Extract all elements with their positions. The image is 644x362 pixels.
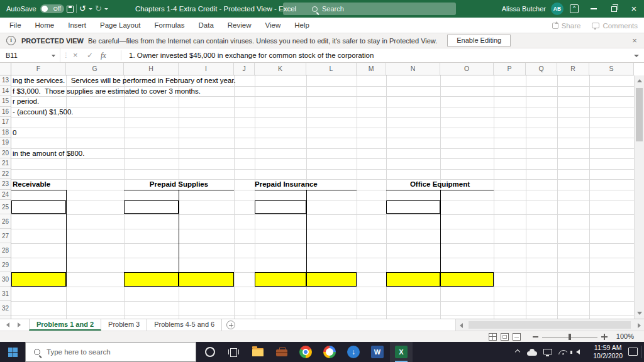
highlighted-total-cell[interactable]	[179, 272, 234, 287]
tab-file[interactable]: File	[3, 18, 28, 33]
column-header-H[interactable]: H	[124, 63, 179, 75]
undo-icon[interactable]: ↺	[79, 0, 86, 18]
row-header-28[interactable]: 28	[0, 243, 11, 258]
toolbox-app-button[interactable]	[270, 342, 293, 362]
comments-button[interactable]: Comments	[592, 22, 638, 30]
column-header-O[interactable]: O	[440, 63, 494, 75]
row-header-30[interactable]: 30	[0, 272, 11, 287]
column-header-S[interactable]: S	[589, 63, 634, 75]
task-view-button[interactable]	[221, 342, 244, 362]
t-account-entry-cell[interactable]	[386, 200, 440, 214]
tab-insert[interactable]: Insert	[61, 18, 93, 33]
row-header-16[interactable]: 16	[0, 107, 11, 118]
column-header-M[interactable]: M	[357, 63, 386, 75]
cortana-button[interactable]	[199, 342, 221, 362]
column-header-R[interactable]: R	[557, 63, 589, 75]
highlighted-total-cell[interactable]	[124, 272, 179, 287]
row-header-32[interactable]: 32	[0, 301, 11, 315]
row-header-25[interactable]: 25	[0, 200, 11, 214]
action-center-icon[interactable]	[628, 348, 638, 356]
page-layout-view-icon[interactable]	[501, 333, 509, 341]
highlighted-total-cell[interactable]	[386, 272, 440, 287]
zoom-in-icon[interactable]	[601, 334, 608, 340]
column-header-J[interactable]: J	[234, 63, 255, 75]
t-account-entry-cell[interactable]	[11, 200, 66, 214]
ribbon-display-options-icon[interactable]: ^	[570, 4, 579, 13]
row-header-17[interactable]: 17	[0, 117, 11, 128]
tab-view[interactable]: View	[258, 18, 288, 33]
taskbar-clock[interactable]: 11:59 AM 10/2/2020	[593, 344, 623, 360]
avatar[interactable]: AB	[551, 3, 564, 15]
scroll-left-icon[interactable]	[460, 323, 463, 328]
google-app-button[interactable]	[318, 342, 341, 362]
tab-data[interactable]: Data	[192, 18, 221, 33]
horizontal-scroll-thumb[interactable]	[469, 321, 631, 329]
row-header-21[interactable]: 21	[0, 158, 11, 169]
row-header-29[interactable]: 29	[0, 258, 11, 272]
tab-page-layout[interactable]: Page Layout	[93, 18, 148, 33]
horizontal-scrollbar[interactable]	[455, 319, 644, 331]
vertical-scrollbar[interactable]	[634, 75, 644, 319]
highlighted-total-cell[interactable]	[255, 272, 306, 287]
row-header-14[interactable]: 14	[0, 86, 11, 97]
prev-sheet-icon[interactable]	[6, 322, 9, 327]
show-hidden-icons-icon[interactable]	[515, 349, 520, 354]
column-header-Q[interactable]: Q	[526, 63, 557, 75]
row-header-18[interactable]: 18	[0, 128, 11, 138]
sheet-tab-problem-3[interactable]: Problem 3	[101, 319, 147, 331]
page-break-view-icon[interactable]	[513, 333, 521, 341]
show-desktop-button[interactable]	[641, 346, 642, 358]
row-header-31[interactable]: 31	[0, 287, 11, 301]
wifi-icon[interactable]	[558, 350, 567, 354]
search-box[interactable]: Search	[283, 3, 456, 15]
column-header-F[interactable]: F	[11, 63, 66, 75]
start-button[interactable]	[0, 342, 25, 362]
word-button[interactable]: W	[366, 342, 389, 362]
speaker-icon[interactable]	[576, 349, 580, 354]
row-header-15[interactable]: 15	[0, 96, 11, 107]
row-header-20[interactable]: 20	[0, 148, 11, 159]
tab-home[interactable]: Home	[28, 18, 62, 33]
restore-button[interactable]	[604, 0, 624, 18]
column-header-P[interactable]: P	[494, 63, 526, 75]
downloads-button[interactable]	[342, 342, 365, 362]
display-icon[interactable]	[543, 349, 552, 354]
zoom-level[interactable]: 100%	[616, 331, 634, 342]
taskbar-search-box[interactable]: Type here to search	[25, 342, 196, 362]
scroll-right-icon[interactable]	[638, 323, 641, 328]
vertical-scroll-thumb[interactable]	[636, 88, 643, 141]
row-header-26[interactable]: 26	[0, 214, 11, 229]
autosave-toggle[interactable]: Off	[40, 4, 64, 13]
onedrive-icon[interactable]	[527, 351, 537, 356]
column-header-G[interactable]: G	[66, 63, 124, 75]
save-icon[interactable]	[67, 6, 74, 13]
share-button[interactable]: Share	[552, 22, 581, 30]
tab-formulas[interactable]: Formulas	[148, 18, 192, 33]
close-button[interactable]: ×	[624, 0, 644, 18]
scroll-down-icon[interactable]	[637, 312, 642, 315]
row-header-24[interactable]: 24	[0, 190, 11, 200]
formula-input[interactable]: 1. Owner invested $45,000 in exchange fo…	[129, 48, 374, 62]
highlighted-total-cell[interactable]	[11, 272, 66, 287]
sheet-tab-problems-1-and-2[interactable]: Problems 1 and 2	[29, 319, 101, 331]
name-box-dropdown-icon[interactable]	[52, 55, 55, 57]
file-explorer-button[interactable]	[247, 342, 269, 362]
normal-view-icon[interactable]	[489, 333, 497, 341]
row-header-19[interactable]: 19	[0, 138, 11, 148]
highlighted-total-cell[interactable]	[440, 272, 494, 287]
insert-function-icon[interactable]: fx	[101, 48, 106, 62]
autosave-control[interactable]: AutoSave Off	[6, 0, 64, 18]
row-header-22[interactable]: 22	[0, 169, 11, 180]
redo-icon[interactable]: ↻	[95, 0, 102, 18]
next-sheet-icon[interactable]	[18, 322, 21, 327]
t-account-entry-cell[interactable]	[124, 200, 179, 214]
column-header-L[interactable]: L	[306, 63, 357, 75]
cancel-entry-icon[interactable]: ×	[73, 48, 78, 62]
column-header-N[interactable]: N	[386, 63, 440, 75]
row-header-13[interactable]: 13	[0, 75, 11, 86]
zoom-slider-thumb[interactable]	[569, 334, 571, 340]
sheet-canvas[interactable]: ing the services. Services will be perfo…	[0, 75, 634, 319]
sheet-tab-problems-4-5-and-6[interactable]: Problems 4-5 and 6	[147, 319, 222, 331]
confirm-entry-icon[interactable]: ✓	[87, 48, 93, 62]
undo-dropdown-icon[interactable]	[89, 8, 92, 10]
